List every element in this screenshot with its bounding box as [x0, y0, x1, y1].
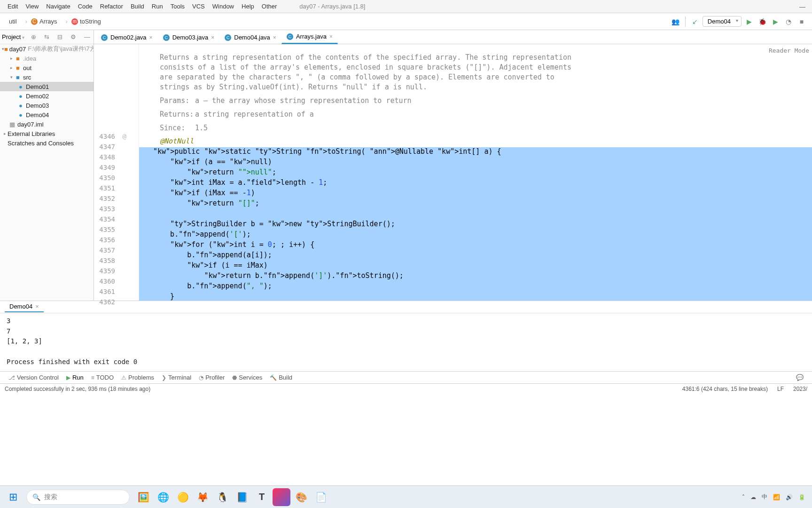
gutter[interactable]: 4346@43474348434943504351435243534354435…	[94, 44, 139, 301]
collapse-icon[interactable]: ⊟	[56, 33, 64, 40]
build-icon[interactable]: ↙	[689, 16, 701, 27]
menu-refactor[interactable]: Refactor	[96, 2, 127, 11]
breadcrumb-class[interactable]: CArrays	[21, 16, 62, 26]
menu-window[interactable]: Window	[209, 2, 238, 11]
toolstrip-profiler[interactable]: ◔Profiler	[195, 374, 228, 381]
minimize-icon[interactable]: —	[793, 3, 812, 10]
code-line[interactable]: "kw">for ("kw">int i = 0; ; i++) {	[139, 240, 812, 251]
taskbar-app-edge[interactable]: 🌐	[154, 488, 172, 506]
taskbar-app-chrome[interactable]: 🟡	[174, 488, 192, 506]
editor-tab[interactable]: CDemo03.java×	[158, 31, 220, 44]
wifi-icon[interactable]: 📶	[773, 494, 780, 500]
code-line[interactable]: "kw">if (i == iMax)	[139, 261, 812, 271]
select-opened-icon[interactable]: ⊕	[30, 33, 38, 40]
code-line[interactable]: }	[139, 292, 812, 301]
ime-icon[interactable]: 中	[762, 493, 767, 501]
editor-tab[interactable]: CDemo02.java×	[96, 31, 158, 44]
menu-build[interactable]: Build	[127, 2, 148, 11]
tree-item-iml[interactable]: ▦day07.iml	[0, 119, 94, 129]
tree-item-external-libs[interactable]: ▸External Libraries	[0, 129, 94, 138]
reader-mode-toggle[interactable]: Reader Mode	[769, 47, 809, 54]
code-line[interactable]: b."fn">append('[');	[139, 230, 812, 240]
editor-tab[interactable]: CDemo04.java×	[219, 31, 281, 44]
menu-edit[interactable]: Edit	[4, 2, 22, 11]
taskbar-app[interactable]: 🖼️	[134, 488, 152, 506]
toolstrip-terminal[interactable]: ❯Terminal	[158, 374, 195, 381]
tree-item-idea[interactable]: ▸■.idea	[0, 54, 94, 63]
profile-icon[interactable]: ◔	[783, 16, 794, 27]
toolstrip-todo[interactable]: ≡TODO	[87, 374, 117, 381]
code-area[interactable]: Reader Mode Returns a string representat…	[139, 44, 812, 301]
toolstrip-problems[interactable]: ⚠Problems	[117, 374, 158, 381]
taskbar-app[interactable]: 📘	[233, 488, 251, 506]
code-line[interactable]	[139, 209, 812, 220]
tree-item-out[interactable]: ▸■out	[0, 63, 94, 72]
line-separator[interactable]: LF	[777, 386, 784, 392]
stop-icon[interactable]: ■	[796, 16, 807, 27]
code-lines[interactable]: "kw">public "kw">static "ty">String "fn"…	[139, 147, 812, 301]
editor-tab-active[interactable]: CArrays.java×	[281, 30, 338, 44]
taskbar-app-notepad[interactable]: 📄	[312, 488, 330, 506]
chevron-up-icon[interactable]: ˄	[742, 494, 745, 500]
close-icon[interactable]: ×	[211, 34, 214, 41]
run-icon[interactable]: ▶	[743, 16, 755, 27]
cloud-icon[interactable]: ☁	[750, 494, 756, 500]
code-line[interactable]: "ty">StringBuilder b = "kw">new "ty">Str…	[139, 220, 812, 230]
breadcrumb-method[interactable]: mtoString	[62, 16, 105, 26]
tree-item-src[interactable]: ▾■src	[0, 72, 94, 82]
code-line[interactable]: "kw">if (iMax == -1)	[139, 189, 812, 199]
taskbar-app-intellij[interactable]	[273, 488, 290, 506]
menu-navigate[interactable]: Navigate	[42, 2, 74, 11]
taskbar-app[interactable]: 🎨	[292, 488, 310, 506]
caret-down-icon[interactable]: ▾	[8, 75, 14, 79]
tree-root[interactable]: ▾ ■ day07 F:\师承教育\java课件\7方法\co	[0, 44, 94, 54]
close-icon[interactable]: ×	[273, 34, 276, 41]
caret-right-icon[interactable]: ▸	[8, 65, 14, 70]
volume-icon[interactable]: 🔊	[786, 494, 793, 500]
start-button[interactable]: ⊞	[4, 490, 23, 505]
tree-item-demo04[interactable]: ●Demo04	[0, 110, 94, 119]
menu-vcs[interactable]: VCS	[188, 2, 209, 11]
menu-help[interactable]: Help	[238, 2, 258, 11]
menu-tools[interactable]: Tools	[167, 2, 188, 11]
toolstrip-version-control[interactable]: ⎇Version Control	[5, 374, 62, 381]
code-line[interactable]: "kw">public "kw">static "ty">String "fn"…	[139, 147, 812, 158]
project-tree[interactable]: ▾ ■ day07 F:\师承教育\java课件\7方法\co ▸■.idea …	[0, 44, 94, 301]
tree-item-demo01[interactable]: ●Demo01	[0, 82, 94, 91]
taskbar-app-firefox[interactable]: 🦊	[194, 488, 211, 506]
settings-icon[interactable]: ⚙	[69, 33, 78, 40]
battery-icon[interactable]: 🔋	[798, 494, 805, 500]
tree-item-scratches[interactable]: Scratches and Consoles	[0, 138, 94, 148]
close-icon[interactable]: ×	[35, 303, 39, 310]
toolstrip-services[interactable]: ⬣Services	[228, 374, 266, 381]
menu-code[interactable]: Code	[74, 2, 96, 11]
caret-right-icon[interactable]: ▸	[8, 56, 14, 61]
expand-all-icon[interactable]: ⇆	[43, 33, 51, 40]
system-tray[interactable]: ˄ ☁ 中 📶 🔊 🔋	[742, 493, 808, 501]
toolstrip-build[interactable]: 🔨Build	[266, 374, 296, 381]
code-line[interactable]: "kw">int iMax = a."field">length - 1;	[139, 178, 812, 189]
hide-icon[interactable]: —	[83, 33, 92, 40]
code-line[interactable]: "kw">if (a == "kw">null)	[139, 158, 812, 168]
run-tab[interactable]: Demo04×	[5, 302, 44, 312]
toolstrip-run[interactable]: ▶Run	[62, 374, 87, 381]
debug-icon[interactable]: 🐞	[757, 16, 768, 27]
code-line[interactable]: "kw">return "">null";	[139, 168, 812, 178]
tree-item-demo02[interactable]: ●Demo02	[0, 91, 94, 101]
run-output[interactable]: 3 7 [1, 2, 3] Process finished with exit…	[0, 313, 812, 371]
windows-taskbar[interactable]: ⊞ 🔍搜索 🖼️ 🌐 🟡 🦊 🐧 📘 T 🎨 📄 ˄ ☁ 中 📶 🔊 🔋	[0, 485, 812, 508]
close-icon[interactable]: ×	[149, 34, 153, 41]
code-line[interactable]: b."fn">append(a[i]);	[139, 251, 812, 261]
taskbar-app-qq[interactable]: 🐧	[213, 488, 231, 506]
toolstrip-events[interactable]: 💬	[792, 374, 807, 381]
add-user-icon[interactable]: 👥	[670, 16, 681, 27]
close-icon[interactable]: ×	[329, 33, 333, 40]
tree-item-demo03[interactable]: ●Demo03	[0, 101, 94, 110]
menu-run[interactable]: Run	[148, 2, 167, 11]
caret-right-icon[interactable]: ▸	[2, 131, 8, 136]
coverage-icon[interactable]: ▶	[770, 16, 781, 27]
menu-other[interactable]: Other	[258, 2, 281, 11]
code-line[interactable]: b."fn">append(", ");	[139, 282, 812, 292]
breadcrumb-package[interactable]: util	[5, 16, 21, 26]
taskbar-app-typora[interactable]: T	[253, 488, 271, 506]
